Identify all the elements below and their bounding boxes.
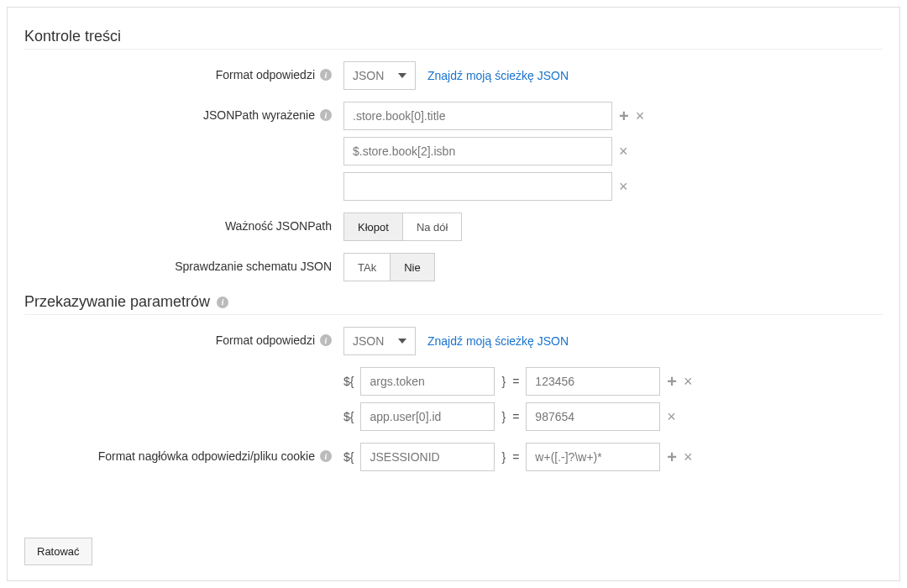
- chevron-down-icon: [398, 339, 406, 344]
- header-rows: ${ } = + ×: [343, 443, 883, 471]
- header-cookie-format-label: Format nagłówka odpowiedzi/pliku cookie: [98, 449, 315, 463]
- jsonpath-row: ×: [343, 172, 883, 201]
- param-key-input[interactable]: [360, 402, 495, 431]
- jsonpath-input[interactable]: [343, 172, 612, 201]
- response-format-label-2: Format odpowiedzi: [216, 333, 315, 347]
- response-format-label: Format odpowiedzi: [216, 68, 315, 81]
- add-icon[interactable]: +: [667, 449, 677, 465]
- equals-sign: =: [512, 450, 519, 464]
- jsonpath-input[interactable]: [343, 102, 612, 130]
- section-param-passing-title: Przekazywanie parametrów i: [24, 293, 883, 311]
- json-schema-check-label: Sprawdzanie schematu JSON: [175, 260, 332, 273]
- param-row: ${ } = + ×: [343, 367, 883, 396]
- schema-toggle: TAk Nie: [343, 253, 435, 281]
- severity-option-down[interactable]: Na dół: [402, 213, 462, 240]
- expr-open: ${: [343, 450, 354, 464]
- settings-panel: Kontrole treści Format odpowiedzi i JSON…: [7, 7, 900, 581]
- param-rows: ${ } = + × ${ } = ×: [343, 367, 883, 431]
- info-icon[interactable]: i: [320, 69, 332, 81]
- param-value-input[interactable]: [526, 402, 660, 431]
- remove-icon[interactable]: ×: [684, 374, 693, 389]
- chevron-down-icon: [398, 73, 406, 78]
- param-value-input[interactable]: [526, 367, 660, 396]
- section-title-text: Kontrole treści: [24, 28, 121, 45]
- expr-close: }: [501, 410, 506, 423]
- expr-close: }: [501, 450, 506, 464]
- expr-open: ${: [343, 410, 354, 423]
- info-icon[interactable]: i: [320, 450, 332, 462]
- response-format-select[interactable]: JSON: [343, 61, 416, 90]
- find-json-path-link[interactable]: Znajdź moją ścieżkę JSON: [427, 69, 569, 82]
- divider: [24, 49, 883, 50]
- find-json-path-link-2[interactable]: Znajdź moją ścieżkę JSON: [427, 334, 569, 348]
- jsonpath-row: + ×: [343, 102, 883, 130]
- equals-sign: =: [512, 410, 519, 423]
- response-format-select-2[interactable]: JSON: [343, 327, 416, 355]
- select-value: JSON: [353, 69, 384, 82]
- remove-icon[interactable]: ×: [619, 144, 628, 159]
- info-icon[interactable]: i: [320, 334, 332, 346]
- jsonpath-expression-label: JSONPath wyrażenie: [203, 108, 315, 122]
- divider: [24, 314, 883, 315]
- header-row: ${ } = + ×: [343, 443, 883, 471]
- jsonpath-row: ×: [343, 137, 883, 165]
- expr-close: }: [501, 375, 506, 388]
- jsonpath-rows: + × × ×: [343, 102, 883, 201]
- section-content-checks-title: Kontrole treści: [24, 28, 883, 45]
- remove-icon[interactable]: ×: [667, 409, 676, 424]
- schema-option-no[interactable]: Nie: [390, 254, 434, 281]
- severity-option-trouble[interactable]: Kłopot: [344, 213, 402, 240]
- header-key-input[interactable]: [360, 443, 495, 471]
- schema-option-yes[interactable]: TAk: [344, 254, 390, 281]
- add-icon[interactable]: +: [619, 108, 629, 124]
- param-key-input[interactable]: [360, 367, 495, 396]
- add-icon[interactable]: +: [667, 373, 677, 390]
- equals-sign: =: [512, 375, 519, 388]
- info-icon[interactable]: i: [320, 109, 332, 121]
- expr-open: ${: [343, 375, 354, 388]
- section-title-text: Przekazywanie parametrów: [24, 293, 210, 311]
- info-icon[interactable]: i: [217, 297, 228, 308]
- jsonpath-severity-label: Ważność JSONPath: [225, 219, 332, 233]
- select-value: JSON: [353, 334, 384, 348]
- remove-icon[interactable]: ×: [619, 179, 628, 194]
- severity-toggle: Kłopot Na dół: [343, 213, 462, 241]
- save-button[interactable]: Ratować: [24, 538, 92, 565]
- header-value-input[interactable]: [526, 443, 660, 471]
- param-row: ${ } = ×: [343, 402, 883, 431]
- remove-icon[interactable]: ×: [684, 449, 693, 465]
- jsonpath-input[interactable]: [343, 137, 612, 165]
- remove-icon[interactable]: ×: [636, 108, 645, 123]
